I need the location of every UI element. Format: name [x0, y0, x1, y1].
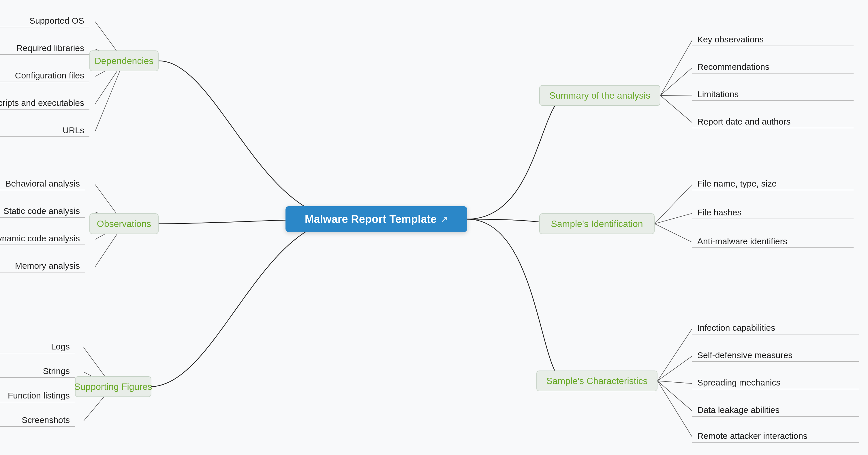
leaf-file-hashes: File hashes — [692, 208, 854, 219]
leaf-memory-analysis: Memory analysis — [0, 261, 85, 272]
svg-line-19 — [655, 224, 692, 242]
leaf-report-date-authors: Report date and authors — [692, 117, 854, 128]
leaf-recommendations: Recommendations — [692, 62, 854, 73]
leaf-configuration-files: Configuration files — [0, 71, 89, 82]
leaf-file-name-type-size: File name, type, size — [692, 179, 854, 190]
svg-line-16 — [660, 95, 692, 123]
branch-summary[interactable]: Summary of the analysis — [539, 85, 660, 106]
branch-observations[interactable]: Observations — [89, 213, 159, 234]
branch-supporting-figures[interactable]: Supporting Figures — [75, 376, 151, 397]
leaf-data-leakage-abilities: Data leakage abilities — [692, 405, 859, 417]
center-label: Malware Report Template — [305, 213, 437, 225]
branch-sample-identification[interactable]: Sample's Identification — [539, 213, 655, 234]
branch-supporting-figures-label: Supporting Figures — [74, 382, 152, 392]
svg-line-21 — [657, 356, 692, 381]
leaf-spreading-mechanics: Spreading mechanics — [692, 378, 859, 389]
leaf-limitations: Limitations — [692, 89, 854, 101]
leaf-infection-capabilities: Infection capabilities — [692, 323, 859, 334]
leaf-screenshots: Screenshots — [0, 415, 75, 427]
branch-dependencies-label: Dependencies — [95, 56, 154, 66]
branch-sample-characteristics[interactable]: Sample's Characteristics — [536, 370, 657, 391]
leaf-scripts-executables: Scripts and executables — [0, 98, 89, 110]
branch-summary-label: Summary of the analysis — [549, 90, 650, 101]
leaf-remote-attacker-interactions: Remote attacker interactions — [692, 431, 859, 443]
center-node[interactable]: Malware Report Template ↗ — [285, 206, 467, 232]
branch-observations-label: Observations — [97, 218, 151, 229]
svg-line-18 — [655, 213, 692, 224]
external-link-icon: ↗ — [441, 214, 448, 224]
svg-line-17 — [655, 185, 692, 224]
leaf-required-libraries: Required libraries — [0, 43, 89, 55]
branch-sample-characteristics-label: Sample's Characteristics — [546, 376, 647, 386]
leaf-urls: URLs — [0, 125, 89, 137]
svg-line-4 — [95, 61, 124, 131]
svg-line-24 — [657, 381, 692, 437]
mindmap-container: Malware Report Template ↗ Dependencies S… — [0, 0, 868, 455]
leaf-strings: Strings — [0, 366, 75, 378]
leaf-static-code: Static code analysis — [0, 206, 85, 218]
leaf-behavioral-analysis: Behavioral analysis — [0, 179, 85, 190]
svg-line-20 — [657, 329, 692, 381]
leaf-anti-malware-identifiers: Anti-malware identifiers — [692, 237, 854, 248]
leaf-self-defensive-measures: Self-defensive measures — [692, 350, 859, 362]
svg-line-22 — [657, 381, 692, 384]
svg-line-23 — [657, 381, 692, 411]
leaf-supported-os: Supported OS — [0, 16, 89, 27]
leaf-function-listings: Function listings — [0, 391, 75, 402]
leaf-key-observations: Key observations — [692, 35, 854, 46]
svg-line-14 — [660, 68, 692, 95]
branch-sample-identification-label: Sample's Identification — [551, 218, 643, 229]
svg-line-15 — [660, 95, 692, 95]
svg-line-13 — [660, 40, 692, 95]
branch-dependencies[interactable]: Dependencies — [89, 51, 159, 71]
leaf-logs: Logs — [0, 342, 75, 353]
leaf-dynamic-code: Dynamic code analysis — [0, 234, 85, 245]
